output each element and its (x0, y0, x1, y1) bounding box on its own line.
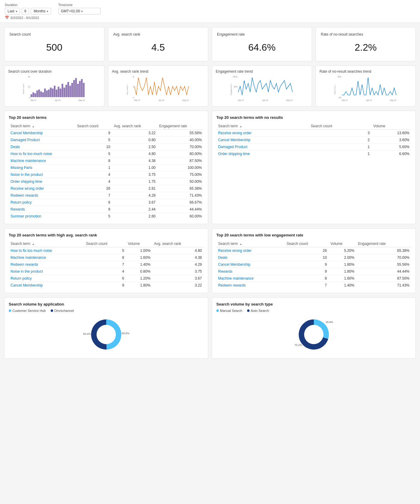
chart-area-1: 8 4 2 Avg. search ... Mar 27 Apr 24 May … (112, 75, 204, 103)
svg-rect-25 (71, 83, 73, 97)
svg-text:Rate of no-r...: Rate of no-r... (334, 84, 336, 94)
donut-application-legend: Customer Service HubOmnichannel (9, 309, 204, 312)
table-row: Return policy61.20%3.67 (9, 275, 204, 282)
table-cell: Cancel Membership (216, 261, 285, 268)
chart-title-0: Search count over duration (8, 69, 100, 74)
table-cell: 1.80% (126, 282, 152, 289)
table-cell: 3.75 (112, 171, 157, 178)
table-row: Machine maintenance81.60%4.38 (9, 254, 204, 261)
table-cell: Order shipping time (9, 178, 75, 185)
table-cell: 4.29 (112, 192, 157, 199)
table-row: Deals102.5070.00% (9, 144, 204, 151)
table-row: Machine maintenance81.60%87.50% (216, 275, 411, 282)
table-cell: 5 (75, 151, 112, 157)
table-header: Volume (126, 240, 152, 247)
svg-text:20: 20 (28, 76, 30, 78)
table-cell: 10 (285, 254, 329, 261)
table-cell: 10 (75, 144, 112, 151)
table-cell: Damaged Product (216, 144, 309, 151)
svg-text:Apr 24: Apr 24 (159, 99, 164, 102)
svg-rect-20 (62, 84, 63, 97)
donut-label: 50.4% (83, 332, 91, 335)
table-row: Damaged Product15.60% (216, 144, 411, 151)
table-cell: 1 (75, 164, 112, 171)
table-header: Engagement rate (356, 240, 411, 247)
table-cell: 9 (285, 268, 329, 275)
duration-value-select[interactable]: 6 (22, 8, 29, 14)
donut-search-type-chart: 29.8%70.2% (216, 315, 411, 354)
table-cell: 1.20% (126, 275, 152, 282)
svg-rect-19 (60, 89, 62, 97)
svg-rect-21 (64, 88, 65, 97)
table-cell: 6.60% (371, 151, 411, 157)
top20-low-engagement-title: Top 20 search terms with low engagement … (216, 233, 411, 237)
table-cell: 4 (75, 178, 112, 185)
top20-low-engagement-table: Search term ▲Search countVolumeEngagemen… (216, 240, 411, 289)
table-row: Rewards92.4444.44% (9, 206, 204, 213)
table-cell: 8 (84, 254, 126, 261)
table-row: Summer promotion52.6060.00% (9, 213, 204, 220)
svg-rect-31 (83, 83, 85, 97)
svg-rect-27 (75, 78, 77, 97)
duration-unit-select[interactable]: Months ▾ (31, 8, 51, 14)
table-cell: Cancel Membership (216, 137, 309, 144)
table-cell: Redeem rewards (216, 282, 285, 289)
svg-text:2: 2 (133, 97, 134, 99)
table-cell: 7 (75, 192, 112, 199)
svg-rect-10 (42, 92, 44, 97)
table-cell: Receive wrong order (216, 247, 285, 254)
chart-area-3: 50% 0% Rate of no-r... Mar 27 Apr 24 May… (320, 75, 412, 103)
table-cell: 6 (75, 199, 112, 206)
kpi-value-3: 2.2% (321, 39, 411, 56)
table-cell: Noise in the product (9, 171, 75, 178)
svg-text:Apr 24: Apr 24 (262, 99, 268, 102)
kpi-card-0: Search count500 (4, 27, 104, 61)
chart-title-2: Engagement rate trend (216, 69, 308, 74)
dashboard: Search count500Avg. search rank4.5Engage… (0, 23, 420, 363)
table-row: Receive wrong order265.20%65.38% (216, 247, 411, 254)
svg-text:May 22: May 22 (183, 99, 189, 102)
table-row: How to fix too much noise54.8080.00% (9, 151, 204, 157)
table-cell: 4.29 (152, 261, 204, 268)
table-cell: 50.00% (158, 178, 204, 185)
top20-high-rank-card: Top 20 search terms with high avg. searc… (4, 228, 208, 293)
table-cell: Noise in the product (9, 268, 84, 275)
table-cell: 9 (84, 282, 126, 289)
table-cell: 7 (84, 261, 126, 268)
table-cell: 60.00% (158, 213, 204, 220)
table-row: Receive wrong order313.60% (216, 130, 411, 137)
top-controls: Duration Last ▾ 6 Months ▾ 📅 3/2/2022 - … (0, 0, 420, 23)
donut-search-type-card: Search volume by search type Manual Sear… (212, 297, 416, 359)
table-cell: Rewards (216, 268, 285, 275)
table-cell: 5.60% (371, 144, 411, 151)
table-cell: 4.80 (112, 151, 157, 157)
kpi-value-2: 64.6% (217, 39, 307, 56)
svg-rect-12 (46, 90, 48, 97)
table-cell: 1 (309, 151, 371, 157)
table-cell: 1.40% (126, 261, 152, 268)
table-cell: 65.38% (158, 185, 204, 192)
top20-no-results-title: Top 20 search terms with no results (216, 115, 411, 120)
timezone-select[interactable]: GMT+01:00 ▾ (58, 8, 100, 14)
timezone-control: Timezone GMT+01:00 ▾ (58, 3, 100, 14)
svg-rect-16 (54, 86, 56, 97)
donut-row: Search volume by application Customer Se… (4, 297, 416, 359)
legend-dot (247, 309, 250, 312)
donut-label: 70.2% (294, 344, 302, 347)
table-row: Order shipping time41.7550.00% (9, 178, 204, 185)
svg-text:100%: 100% (233, 76, 238, 78)
svg-rect-18 (58, 87, 59, 97)
table-row: Missing Parts11.00100.00% (9, 164, 204, 171)
table-header: Avg. search rank (112, 123, 157, 130)
svg-rect-9 (40, 91, 42, 97)
svg-text:May 22: May 22 (390, 99, 396, 102)
table-row: Cancel Membership91.80%55.56% (216, 261, 411, 268)
chart-svg-1: 8 4 2 Avg. search ... Mar 27 Apr 24 May … (112, 75, 204, 103)
top20-high-rank-table: Search term ▲Search countVolumeAvg. sear… (9, 240, 204, 289)
svg-rect-17 (56, 90, 58, 97)
svg-rect-22 (65, 85, 67, 97)
table-header: Search term ▲ (216, 240, 285, 247)
table-row: Cancel Membership23.60% (216, 137, 411, 144)
duration-preset-select[interactable]: Last ▾ (5, 8, 20, 14)
svg-rect-5 (33, 92, 34, 97)
